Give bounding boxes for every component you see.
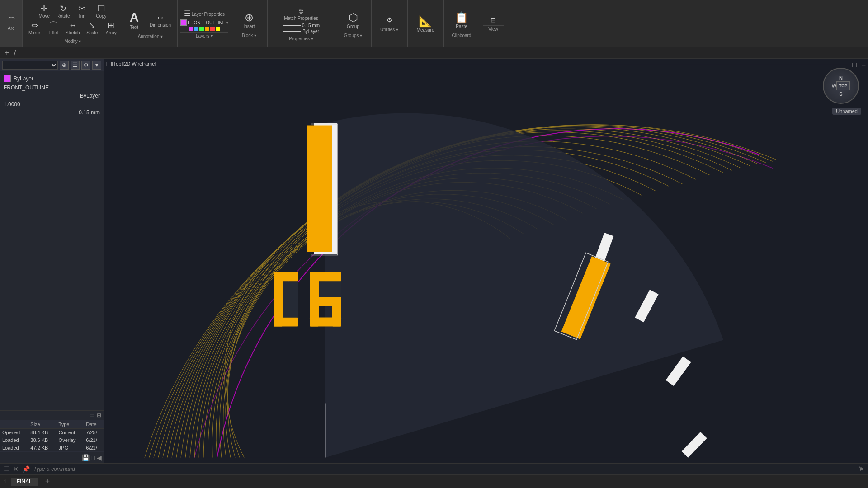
compass-w: W <box>832 83 836 89</box>
cell-status: Opened <box>0 429 28 436</box>
toolbar: ⌒ Arc ✛ Move ↻ Rotate ✂ Trim ❐ Copy <box>0 0 868 47</box>
cmd-x-icon[interactable]: ✕ <box>13 465 19 473</box>
trim-icon: ✂ <box>79 5 85 13</box>
command-input[interactable] <box>33 466 854 472</box>
group-icon: ⬡ <box>349 11 358 24</box>
swatch-5 <box>210 27 215 31</box>
properties-group: ⎊ Match Properties 0.15 mm ByLayer Prope… <box>268 0 335 47</box>
layer-dropdown[interactable] <box>2 61 58 70</box>
mirror-button[interactable]: ⇔ Mirror <box>25 20 43 37</box>
insert-label: Insert <box>244 24 255 29</box>
col-type: Type <box>57 420 84 429</box>
scale-icon: ⤡ <box>89 21 95 29</box>
canvas-svg <box>104 59 868 463</box>
measure-icon: 📐 <box>419 15 432 28</box>
dimension-button[interactable]: ↔ Dimension <box>146 10 175 29</box>
paste-label: Paste <box>456 24 467 29</box>
text-icon: A <box>130 10 139 25</box>
stretch-icon: ↔ <box>69 21 77 29</box>
minimize-button[interactable]: − <box>862 61 866 69</box>
layer-expand-button[interactable]: ▾ <box>92 61 101 70</box>
tab-final[interactable]: FINAL <box>11 478 38 486</box>
cell-size: 38.6 KB <box>28 436 56 444</box>
text-button[interactable]: A Text <box>126 9 142 32</box>
properties-panel: ByLayer FRONT_OUTLINE ByLayer 1.0000 0.1… <box>0 71 104 410</box>
measure-label: Measure <box>417 28 434 33</box>
fillet-button[interactable]: ⌒ Fillet <box>44 20 62 37</box>
col-status <box>0 420 28 429</box>
add-button[interactable]: + <box>5 48 9 58</box>
table-row: Loaded 47.2 KB JPG 6/21/ <box>0 444 104 452</box>
utilities-icon: ⚙ <box>387 17 392 23</box>
tab-number: 1 <box>4 479 7 485</box>
move-button[interactable]: ✛ Move <box>35 3 53 20</box>
layout-icon[interactable]: □ <box>91 454 95 461</box>
layer-properties-group: ☰ Layer Properties FRONT_OUTLINE ▾ Layer… <box>178 0 231 47</box>
array-button[interactable]: ⊞ Array <box>102 20 120 37</box>
view-group: ⊟ View <box>480 0 507 47</box>
layer-selector: ⊕ ☰ ⚙ ▾ <box>0 59 104 71</box>
canvas-area[interactable]: [−][Top][2D Wireframe] <box>104 59 868 463</box>
block-group-label: Block ▾ <box>234 32 264 38</box>
dimension-icon: ↔ <box>156 12 165 23</box>
svg-rect-28 <box>319 297 341 306</box>
maximize-button[interactable]: □ <box>852 61 857 69</box>
fillet-label: Fillet <box>48 30 58 35</box>
collapse-icon[interactable]: ◀ <box>97 454 102 461</box>
color-value: ByLayer <box>14 75 33 82</box>
cell-type: Overlay <box>57 436 84 444</box>
stretch-button[interactable]: ↔ Stretch <box>63 20 82 37</box>
match-properties-button[interactable]: ⎊ Match Properties <box>282 6 321 22</box>
arc-group[interactable]: ⌒ Arc <box>0 0 23 47</box>
move-label: Move <box>39 14 50 19</box>
cmd-pin-icon[interactable]: 📌 <box>22 465 30 473</box>
copy-button[interactable]: ❐ Copy <box>92 3 110 20</box>
new-layer-button[interactable]: ⊕ <box>60 61 69 70</box>
line-divider-2 <box>4 113 76 113</box>
line-divider <box>4 96 77 96</box>
measure-button[interactable]: 📐 Measure <box>413 13 438 34</box>
linetype-preview <box>283 31 301 32</box>
svg-rect-22 <box>274 318 298 327</box>
grid-view-button[interactable]: ⊞ <box>97 412 101 418</box>
base-button[interactable]: ⊟ <box>484 15 502 24</box>
layer-settings-button[interactable]: ⚙ <box>81 61 90 70</box>
insert-button[interactable]: ⊕ Insert <box>240 9 259 31</box>
color-swatch[interactable] <box>4 75 11 82</box>
move-icon: ✛ <box>41 5 47 13</box>
layer-icon: ☰ <box>184 10 190 17</box>
swatch-4 <box>205 27 209 31</box>
annotation-group-label: Annotation ▾ <box>126 33 175 39</box>
rotate-button[interactable]: ↻ Rotate <box>54 3 72 20</box>
copy-label: Copy <box>96 14 106 19</box>
view-group-label: View <box>483 25 504 32</box>
layer-state-button[interactable]: ☰ <box>71 61 80 70</box>
properties-dropdown: ▾ <box>311 36 313 41</box>
groups-group: ⬡ Group Groups ▾ <box>335 0 372 47</box>
utilities-button[interactable]: ⚙ <box>380 15 398 25</box>
col-size: Size <box>28 420 56 429</box>
properties-group-label: Properties ▾ <box>270 35 332 41</box>
array-icon: ⊞ <box>108 21 114 29</box>
mirror-label: Mirror <box>28 30 40 35</box>
files-table: Size Type Date Opened 88.4 KB Current 7/… <box>0 420 104 452</box>
swatch-2 <box>194 27 198 31</box>
lineweight-preview <box>283 25 301 26</box>
swatch-6 <box>216 27 220 31</box>
cell-date: 7/25/ <box>84 429 104 436</box>
save-icon[interactable]: 💾 <box>82 454 90 461</box>
paste-button[interactable]: 📋 Paste <box>451 9 472 31</box>
add-tab-button[interactable]: + <box>42 477 53 486</box>
match-properties-icon: ⎊ <box>299 8 303 15</box>
scale-button[interactable]: ⤡ Scale <box>83 20 101 37</box>
list-view-button[interactable]: ☰ <box>90 412 95 418</box>
trim-button[interactable]: ✂ Trim <box>73 3 91 20</box>
paste-icon: 📋 <box>455 11 468 24</box>
cell-status: Loaded <box>0 444 28 452</box>
layer-properties-button[interactable]: ☰ Layer Properties <box>182 9 227 19</box>
cmd-list-icon[interactable]: ☰ <box>4 465 9 473</box>
group-button[interactable]: ⬡ Group <box>343 9 363 31</box>
match-properties-label: Match Properties <box>284 16 318 21</box>
layers-group-label: Layers ▾ <box>180 32 228 38</box>
lineweight-value: 0.15 mm <box>302 23 320 28</box>
